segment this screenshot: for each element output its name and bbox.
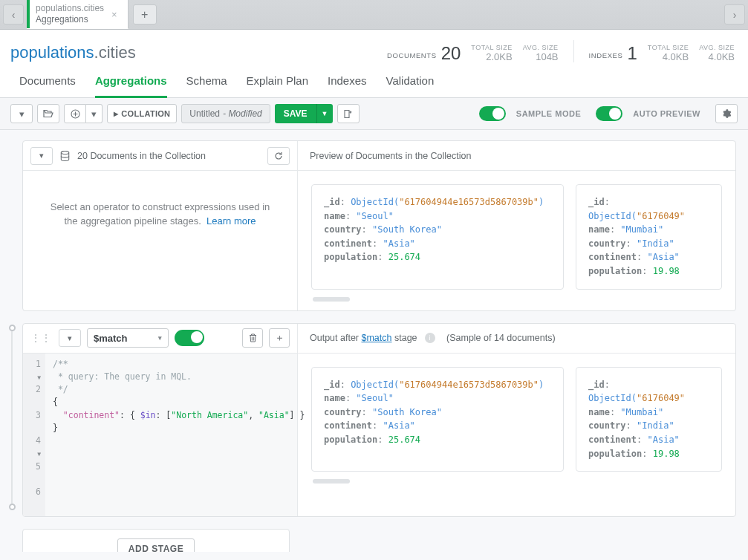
output-text: Output after $match stage xyxy=(310,333,417,343)
sample-mode-label: SAMPLE MODE xyxy=(516,109,581,118)
drag-handle-icon[interactable]: ⋮⋮ xyxy=(30,332,53,344)
tab-documents[interactable]: Documents xyxy=(19,74,76,97)
document-card[interactable]: _id: ObjectId("617604944e16573d5867039b"… xyxy=(311,367,564,472)
stats-divider xyxy=(573,40,574,62)
tab-explain-plan[interactable]: Explain Plan xyxy=(247,74,308,97)
stat-total-size: TOTAL SIZE 2.0KB xyxy=(471,44,512,62)
export-icon xyxy=(343,109,353,119)
stage-rail-line xyxy=(11,331,13,504)
scroll-indicator xyxy=(313,479,350,484)
settings-button[interactable] xyxy=(715,104,738,123)
source-count-text: 20 Documents in the Collection xyxy=(77,151,206,161)
sample-mode-toggle[interactable] xyxy=(479,106,506,121)
export-button[interactable] xyxy=(337,104,360,123)
trash-icon xyxy=(249,333,257,342)
namespace-coll: .cities xyxy=(94,43,136,62)
tab-db-coll: populations.cities xyxy=(36,3,104,14)
auto-preview-label: AUTO PREVIEW xyxy=(633,109,700,118)
refresh-button[interactable] xyxy=(267,147,290,165)
stage-operator-select[interactable]: $match▾ xyxy=(87,328,169,348)
stat-idx-total-size: TOTAL SIZE 4.0KB xyxy=(648,44,689,62)
tab-indexes[interactable]: Indexes xyxy=(328,74,367,97)
operator-placeholder: Select an operator to construct expressi… xyxy=(23,171,298,310)
refresh-icon xyxy=(274,152,283,160)
save-dropdown[interactable]: ▼ xyxy=(316,104,333,123)
pipeline-name-field[interactable]: Untitled- Modified xyxy=(181,104,270,123)
stage-operator-link[interactable]: $match xyxy=(361,333,391,343)
tab-nav-next[interactable]: › xyxy=(724,4,745,25)
info-icon[interactable]: i xyxy=(425,333,435,343)
stage-rail-dot xyxy=(9,325,16,331)
stat-indexes: INDEXES 1 xyxy=(589,45,637,62)
folder-open-icon xyxy=(43,109,53,118)
stage-collapse-button[interactable]: ▾ xyxy=(59,329,81,347)
gear-icon xyxy=(721,108,732,119)
save-button[interactable]: SAVE xyxy=(275,104,316,123)
toolbar-caret-button[interactable]: ▾ xyxy=(10,104,33,123)
document-card[interactable]: _id: ObjectId("6176049"name: "Mumbai"cou… xyxy=(576,184,722,290)
scroll-indicator xyxy=(313,297,350,302)
new-pipeline-button[interactable] xyxy=(64,104,86,123)
new-pipeline-dropdown[interactable]: ▾ xyxy=(86,104,103,123)
document-card[interactable]: _id: ObjectId("6176049"name: "Mumbai"cou… xyxy=(576,367,722,472)
tab-close-icon[interactable]: × xyxy=(111,9,117,20)
workspace-tab[interactable]: populations.cities Aggregations × xyxy=(27,0,129,29)
open-button[interactable] xyxy=(37,104,59,123)
database-icon xyxy=(60,151,70,161)
tab-schema[interactable]: Schema xyxy=(186,74,227,97)
stage-rail-dot xyxy=(9,504,16,510)
stage-panel: ⋮⋮ ▾ $match▾ ＋ Output after $match stage… xyxy=(22,323,736,517)
svg-point-1 xyxy=(61,151,68,154)
stat-idx-avg-size: AVG. SIZE 4.0KB xyxy=(699,44,735,62)
collation-button[interactable]: ▶COLLATION xyxy=(107,104,177,123)
tab-aggregations[interactable]: Aggregations xyxy=(95,74,167,98)
source-panel: ▾ 20 Documents in the Collection Preview… xyxy=(22,140,736,311)
tab-subtitle: Aggregations xyxy=(36,14,104,25)
stat-avg-size: AVG. SIZE 104B xyxy=(523,44,559,62)
delete-stage-button[interactable] xyxy=(242,328,263,348)
new-tab-button[interactable]: + xyxy=(133,4,157,25)
stat-documents-value: 20 xyxy=(441,45,461,62)
namespace-title: populations.cities xyxy=(10,43,136,62)
sample-count-text: (Sample of 14 documents) xyxy=(446,333,556,343)
add-stage-button[interactable]: ADD STAGE xyxy=(117,538,195,552)
learn-more-link[interactable]: Learn more xyxy=(206,215,256,227)
preview-title: Preview of Documents in the Collection xyxy=(298,151,471,161)
tab-validation[interactable]: Validation xyxy=(386,74,435,97)
plus-circle-icon xyxy=(71,109,80,119)
stage-enabled-toggle[interactable] xyxy=(175,330,204,346)
stat-documents: DOCUMENTS 20 xyxy=(387,45,461,62)
source-collapse-button[interactable]: ▾ xyxy=(30,147,53,165)
stage-editor[interactable]: 1 ▼2 3 4 ▼5 6 /** * query: The query in … xyxy=(23,354,298,516)
stat-documents-label: DOCUMENTS xyxy=(387,51,437,59)
namespace-db: populations xyxy=(10,43,94,62)
auto-preview-toggle[interactable] xyxy=(596,106,622,121)
document-card[interactable]: _id: ObjectId("617604944e16573d5867039b"… xyxy=(311,184,564,290)
tab-nav-prev[interactable]: ‹ xyxy=(3,4,24,25)
add-stage-after-button[interactable]: ＋ xyxy=(269,328,290,348)
